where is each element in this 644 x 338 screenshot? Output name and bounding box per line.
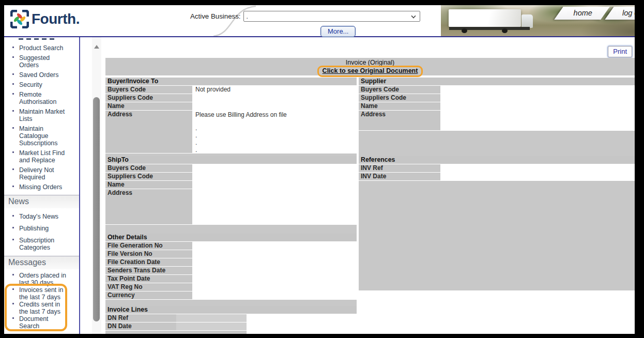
truck-trailer: [449, 9, 521, 27]
table-row: INV Date: [359, 173, 635, 180]
field-label: DN Date: [105, 322, 176, 330]
bullet-icon: [12, 239, 14, 240]
section-title: References: [359, 156, 635, 164]
header: Fourth. Active Business: . More... home …: [4, 5, 635, 37]
invoice-document: Invoice (Original) Click to see Original…: [105, 58, 635, 334]
bullet-icon: [12, 274, 14, 275]
field-value: [176, 322, 247, 330]
divider: [359, 181, 635, 290]
field-value: [440, 173, 635, 180]
bullet-icon: [12, 186, 14, 187]
logout-link[interactable]: log out: [605, 7, 635, 20]
table-row-address: Address Please use Billing Address on fi…: [105, 111, 357, 153]
sidebar-item-saved-orders[interactable]: Saved Orders: [4, 71, 79, 79]
field-value: [440, 86, 635, 94]
field-value: [192, 275, 357, 283]
home-link-label: home: [560, 7, 606, 17]
bullet-icon: [12, 227, 14, 228]
bullet-icon: [12, 110, 14, 112]
field-value: Not provided: [192, 86, 357, 94]
section-other-details: Other Details File Generation No File Ve…: [105, 234, 357, 299]
sidebar-item-maintain-market-lists[interactable]: Maintain Market Lists: [4, 108, 79, 122]
sidebar-item-subscription-categories[interactable]: Subscription Categories: [4, 237, 79, 251]
field-label: Name: [105, 102, 192, 110]
field-value: [192, 291, 357, 299]
invoice-columns: Buyer/Invoice To Buyers CodeNot provided…: [105, 78, 635, 334]
section-invoice-lines: Invoice Lines DN Ref DN Date: [105, 306, 357, 334]
fourth-logo-icon: [10, 10, 29, 28]
field-label: File Generation No: [105, 242, 192, 250]
field-label: Address: [105, 189, 192, 224]
table-row: Suppliers Code: [359, 94, 635, 102]
invoice-title-bar: Invoice (Original) Click to see Original…: [105, 58, 635, 75]
field-value: [192, 164, 357, 172]
field-label: Name: [105, 181, 192, 189]
table-row-address: Address: [359, 111, 635, 130]
section-references: References INV Ref INV Date: [359, 156, 635, 180]
original-document-link[interactable]: Click to see Original Document: [323, 67, 418, 74]
invoice-right-column: Supplier Buyers Code Suppliers Code Name…: [359, 78, 635, 334]
sidebar-item-security[interactable]: Security: [4, 81, 79, 88]
table-row: Buyers Code: [105, 164, 357, 172]
field-value-address: Please use Billing Address on file . . .…: [192, 111, 357, 153]
field-label: Buyers Code: [105, 164, 192, 172]
field-label: Tax Point Date: [105, 275, 192, 283]
section-title: Other Details: [105, 234, 357, 241]
annotation-highlight-link: Click to see Original Document: [317, 66, 423, 77]
table-row: Suppliers Code: [105, 94, 357, 102]
sidebar-item-delivery-not-required[interactable]: Delivery Not Required: [4, 166, 79, 181]
bullet-icon: [12, 288, 14, 290]
scroll-up-icon[interactable]: [94, 45, 99, 49]
table-row: Buyers Code: [359, 86, 635, 94]
truck-wheel: [462, 28, 467, 33]
logo-text: Fourth.: [32, 11, 80, 27]
sidebar-item-maintain-catalogue-subscriptions[interactable]: Maintain Catalogue Subscriptions: [4, 125, 79, 147]
field-value: [192, 102, 357, 110]
active-business-label: Active Business:: [190, 12, 241, 20]
bullet-icon: [12, 83, 14, 85]
sidebar-item-orders-placed-30-days[interactable]: Orders placed in last 30 days: [4, 272, 79, 286]
sidebar-item-missing-orders[interactable]: Missing Orders: [4, 183, 79, 191]
section-title: Supplier: [359, 78, 635, 85]
field-value: [192, 173, 357, 180]
field-value: [192, 94, 357, 102]
print-button[interactable]: Print: [608, 46, 632, 57]
bullet-icon: [12, 56, 14, 58]
sidebar-item-credits-sent-7-days[interactable]: Credits sent in the last 7 days: [4, 301, 79, 315]
content-scrollbar[interactable]: [92, 37, 101, 334]
sidebar-item-document-search[interactable]: Document Search: [4, 315, 79, 330]
sidebar-item-invoices-sent-7-days[interactable]: Invoices sent in the last 7 days: [4, 286, 79, 301]
table-row: DN Ref: [105, 314, 247, 322]
sidebar-item-suggested-orders[interactable]: Suggested Orders: [4, 54, 79, 69]
chevron-down-icon: [411, 13, 416, 18]
home-link[interactable]: home: [554, 7, 610, 20]
section-supplier: Supplier Buyers Code Suppliers Code Name…: [359, 78, 635, 130]
field-value: [176, 314, 247, 322]
table-row: File Version No: [105, 250, 357, 258]
field-label: Currency: [105, 291, 192, 299]
active-business-select[interactable]: .: [243, 11, 420, 22]
table-row: Buyers CodeNot provided: [105, 86, 357, 94]
field-label: Suppliers Code: [105, 173, 192, 180]
sidebar-item-publishing[interactable]: Publishing: [4, 225, 79, 232]
more-button[interactable]: More...: [320, 26, 356, 37]
bullet-icon: [12, 73, 14, 75]
truck-wheel: [502, 28, 508, 33]
sidebar-item-market-list-find-replace[interactable]: Market List Find and Replace: [4, 149, 79, 164]
messages-section-header: Messages: [4, 256, 79, 269]
field-label: VAT Reg No: [105, 283, 192, 291]
field-label: File Creation Date: [105, 258, 192, 266]
table-row: DN Date: [105, 322, 247, 330]
divider: [105, 225, 357, 234]
table-row: Tax Point Date: [105, 275, 357, 283]
sidebar-item-product-search[interactable]: Product Search: [4, 44, 79, 52]
section-title: Buyer/Invoice To: [105, 78, 357, 85]
scrollbar-thumb[interactable]: [93, 97, 100, 321]
sidebar-item-remote-authorisation[interactable]: Remote Authorisation: [4, 91, 79, 105]
section-buyer-invoice-to: Buyer/Invoice To Buyers CodeNot provided…: [105, 78, 357, 153]
table-row: INV Ref: [359, 164, 635, 172]
messages-list: Orders placed in last 30 days Invoices s…: [4, 272, 79, 330]
sidebar-item-todays-news[interactable]: Today's News: [4, 213, 79, 220]
table-row: File Creation Date: [105, 258, 357, 266]
sidebar: Product Search Suggested Orders Saved Or…: [4, 37, 80, 334]
